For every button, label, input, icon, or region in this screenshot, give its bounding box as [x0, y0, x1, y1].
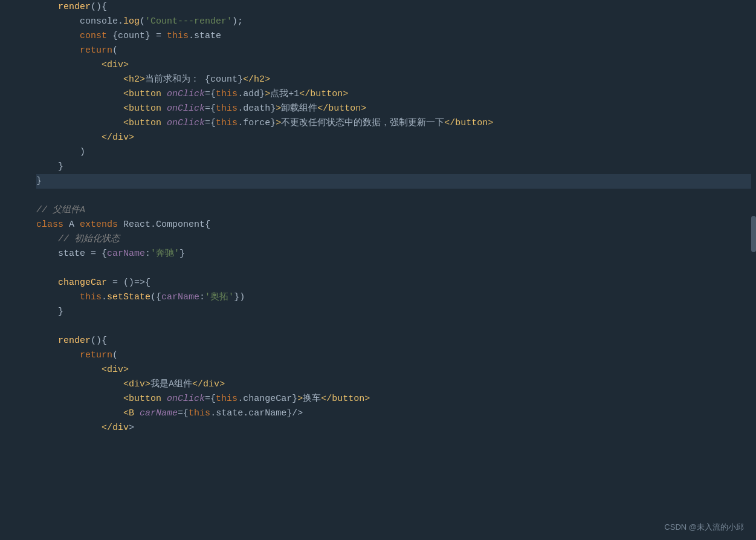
code-line: render(){	[36, 0, 756, 15]
code-line: )	[36, 145, 756, 160]
code-line: render(){	[36, 334, 756, 348]
code-editor: render(){ console.log('Count---render');…	[0, 0, 756, 540]
line-numbers	[0, 0, 30, 540]
code-line: </div>	[36, 421, 756, 435]
code-line: const {count} = this.state	[36, 29, 756, 44]
code-line: <div>	[36, 363, 756, 377]
code-line: // 父组件A	[36, 203, 756, 218]
code-line: // 初始化状态	[36, 232, 756, 247]
code-line: <button onClick={this.force}>不更改任何状态中的数据…	[36, 116, 756, 131]
code-line: console.log('Count---render');	[36, 15, 756, 29]
scrollbar-track[interactable]	[751, 0, 756, 540]
code-line	[36, 319, 756, 334]
code-line: <button onClick={this.add}>点我+1</button>	[36, 87, 756, 102]
code-line: this.setState({carName:'奥拓'})	[36, 290, 756, 305]
code-line: <div>我是A组件</div>	[36, 377, 756, 392]
code-line: }	[36, 305, 756, 319]
code-line	[36, 189, 756, 203]
code-area[interactable]: render(){ console.log('Count---render');…	[30, 0, 756, 540]
code-line: changeCar = ()=>{	[36, 276, 756, 290]
code-line: return(	[36, 348, 756, 363]
scrollbar-thumb[interactable]	[751, 216, 756, 252]
code-line: <h2>当前求和为： {count}</h2>	[36, 73, 756, 87]
watermark: CSDN @未入流的小邱	[664, 521, 744, 534]
code-line: }	[36, 160, 756, 174]
code-line: }	[36, 174, 756, 189]
code-line	[36, 261, 756, 276]
code-line: </div>	[36, 131, 756, 145]
code-line: <button onClick={this.changeCar}>换车</but…	[36, 392, 756, 406]
code-line: state = {carName:'奔驰'}	[36, 247, 756, 261]
code-line: <button onClick={this.death}>卸载组件</butto…	[36, 102, 756, 116]
code-line: <div>	[36, 58, 756, 73]
code-line: class A extends React.Component{	[36, 218, 756, 232]
code-line: <B carName={this.state.carName}/>	[36, 406, 756, 421]
code-line: return(	[36, 44, 756, 58]
